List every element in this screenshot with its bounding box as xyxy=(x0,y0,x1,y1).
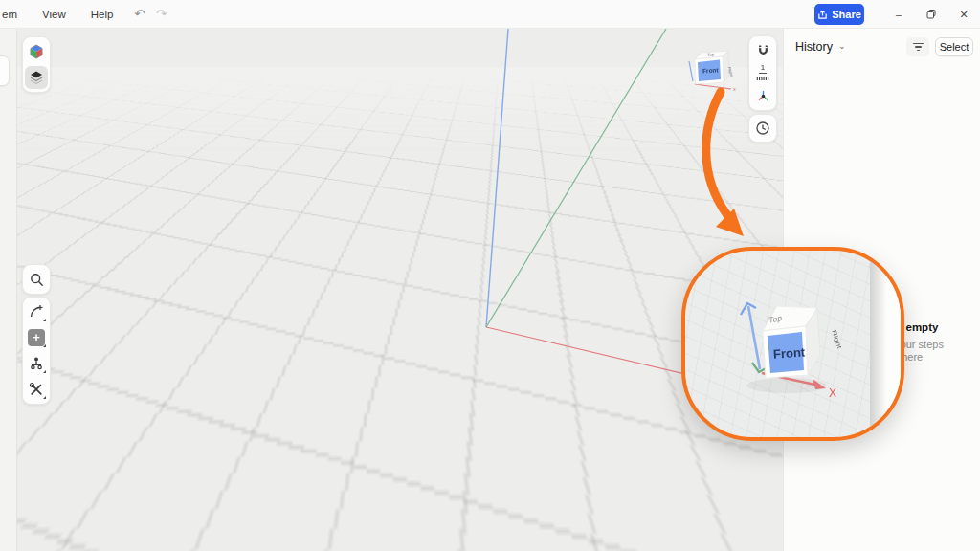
snap-button[interactable] xyxy=(751,39,774,60)
redo-icon[interactable]: ↷ xyxy=(156,7,167,21)
viewcube-magnifier-callout: X Front Top Right xyxy=(681,247,904,441)
assembly-button[interactable] xyxy=(25,352,48,375)
menu-item-help[interactable]: Help xyxy=(85,5,120,24)
cube-axis-z xyxy=(689,61,693,81)
tools-button[interactable] xyxy=(25,378,48,401)
history-dropdown[interactable]: History ⌄ xyxy=(795,40,845,54)
window-minimize-button[interactable]: – xyxy=(882,0,915,29)
unit-name: mm xyxy=(756,75,768,82)
menu-item-system[interactable]: em xyxy=(0,5,23,24)
history-panel-header: History ⌄ Select xyxy=(784,29,980,65)
cube-front-label: Front xyxy=(702,66,720,74)
layers-icon xyxy=(29,70,44,85)
window-restore-button[interactable] xyxy=(915,0,947,29)
restore-icon xyxy=(926,10,936,19)
insert-button[interactable]: + xyxy=(25,326,48,349)
magnified-view-cube: X Front Top Right xyxy=(685,251,901,437)
axis-z-blue xyxy=(486,29,508,327)
mag-axis-z xyxy=(748,306,760,369)
viewport-canvas[interactable] xyxy=(17,29,783,551)
search-button[interactable] xyxy=(25,268,48,291)
valve-icon xyxy=(29,356,44,371)
share-icon xyxy=(817,10,828,20)
magnet-icon xyxy=(756,43,770,57)
history-title: History xyxy=(795,40,833,54)
search-icon xyxy=(30,273,44,287)
sketch-button[interactable] xyxy=(25,300,48,323)
menu-item-view[interactable]: View xyxy=(36,5,72,24)
world-axes xyxy=(17,29,783,551)
part-studio-button[interactable] xyxy=(25,40,48,63)
share-label: Share xyxy=(832,9,861,20)
modeling-toolbar: + xyxy=(22,297,51,405)
unit-value: 1 xyxy=(759,64,767,74)
titlebar: em View Help ↶ ↷ Share – ✕ xyxy=(0,0,980,29)
mode-toolbar xyxy=(22,36,51,93)
mag-axis-x-label: X xyxy=(829,386,836,400)
filter-icon xyxy=(913,43,924,45)
window-close-button[interactable]: ✕ xyxy=(947,0,980,29)
colored-cube-icon xyxy=(29,44,44,59)
annotation-arrow xyxy=(684,84,770,249)
undo-icon[interactable]: ↶ xyxy=(134,7,145,21)
select-button[interactable]: Select xyxy=(935,37,973,56)
sketch-arc-icon xyxy=(29,304,44,320)
dropdown-caret xyxy=(43,370,46,373)
select-label: Select xyxy=(940,41,969,53)
dropdown-caret xyxy=(43,396,46,399)
share-button[interactable]: Share xyxy=(814,4,864,25)
chevron-down-icon: ⌄ xyxy=(838,41,846,51)
collapsed-panel-tab[interactable] xyxy=(0,55,10,86)
search-toolbar xyxy=(22,264,51,295)
dropdown-caret xyxy=(43,344,46,347)
grid-unit-indicator[interactable]: 1 mm xyxy=(756,63,768,83)
filter-button[interactable] xyxy=(906,37,929,56)
axis-y-green xyxy=(486,29,666,327)
dropdown-caret xyxy=(43,319,46,321)
cube-top-label: Top xyxy=(707,52,715,57)
layers-button[interactable] xyxy=(25,66,48,89)
mag-cube-front-label: Front xyxy=(772,344,806,361)
mag-cube-right-label: Right xyxy=(831,329,844,350)
wrench-screwdriver-icon xyxy=(29,382,44,397)
left-edge-strip xyxy=(0,29,17,551)
